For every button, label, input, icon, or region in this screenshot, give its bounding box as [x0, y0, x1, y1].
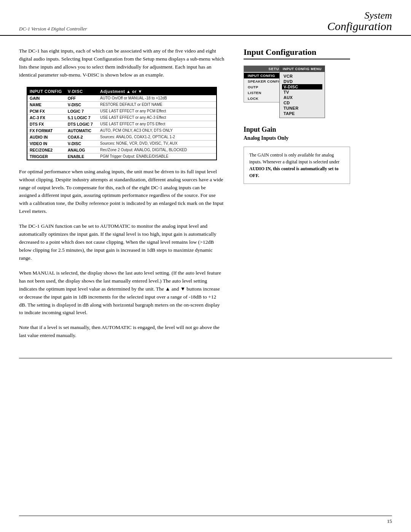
input-config-table: INPUT CONFIG V-DISC Adjustment ▲ or ▼ GA… — [27, 87, 217, 160]
row-param: GAIN — [30, 96, 64, 101]
table-row: AUDIO IN COAX-2 Sources: ANALOG, COAX1-2… — [27, 134, 216, 141]
input-config-heading: Input Configuration — [244, 47, 350, 59]
row-desc: USE LAST EFFECT or any AC-3 Effect — [100, 115, 214, 120]
table-row: GAIN OFF AUTO On/Off or MANUAL -18 to +1… — [27, 95, 216, 102]
row-value: 5.1 LOGIC 7 — [68, 115, 96, 120]
row-param: NAME — [30, 102, 64, 107]
icm-item[interactable]: TAPE — [282, 111, 322, 116]
title-configuration: Configuration — [327, 21, 392, 32]
footer-divider — [19, 358, 392, 358]
icm-item[interactable]: VCR — [282, 73, 322, 79]
note-text: The GAIN control is only available for a… — [249, 152, 339, 178]
table-row: PCM FX LOGIC 7 USE LAST EFFECT or any PC… — [27, 108, 216, 115]
input-config-section: The DC-1 has eight inputs, each of which… — [19, 47, 225, 160]
setup-menu-panel: SETUP MENU INPUT CONFIG SPEAKER CONFIG O… — [244, 66, 278, 118]
icm-item[interactable]: CD — [282, 100, 322, 105]
table-header: INPUT CONFIG V-DISC Adjustment ▲ or ▼ — [27, 88, 216, 95]
row-value: OFF — [68, 96, 96, 101]
table-row: TRIGGER ENABLE PGM Trigger Output: ENABL… — [27, 153, 216, 160]
gain-para-1: For optimal performance when using analo… — [19, 168, 225, 216]
setup-menu-diagram: SETUP MENU INPUT CONFIG SPEAKER CONFIG O… — [244, 66, 350, 118]
gain-para-3: When MANUAL is selected, the display sho… — [19, 269, 225, 317]
gain-para-2: The DC-1 GAIN function can be set to AUT… — [19, 222, 225, 262]
icm-item[interactable]: AUX — [282, 95, 322, 100]
row-value: LOGIC 7 — [68, 109, 96, 113]
row-value: V-DISC — [68, 141, 96, 146]
icm-item[interactable]: DVD — [282, 79, 322, 84]
row-desc: RESTORE DEFAULT or EDIT NAME — [100, 102, 214, 107]
row-param: FX FORMAT — [30, 128, 64, 133]
header-col3: Adjustment ▲ or ▼ — [100, 89, 214, 94]
row-desc: USE LAST EFFECT or any PCM Effect — [100, 109, 214, 113]
icm-item[interactable]: TV — [282, 89, 322, 95]
row-param: REC/ZONE2 — [30, 148, 64, 152]
input-config-menu-title: INPUT CONFIG MENU — [280, 66, 325, 72]
row-param: DTS FX — [30, 122, 64, 126]
row-param: VIDEO IN — [30, 141, 64, 146]
row-param: TRIGGER — [30, 154, 64, 159]
table-row: REC/ZONE2 ANALOG Rec/Zone 2 Output: ANAL… — [27, 147, 216, 153]
table-row: FX FORMAT AUTOMATIC AUTO, PCM ONLY, AC3 … — [27, 128, 216, 134]
input-config-menu-items: VCRDVDV-DISCTVAUXCDTUNERTAPE — [280, 72, 325, 118]
row-value: COAX-2 — [68, 135, 96, 139]
document-subtitle: DC-1 Version 4 Digital Controller — [19, 26, 87, 32]
page-number: 15 — [387, 518, 392, 524]
header-col2: V-DISC — [68, 89, 96, 94]
input-gain-body: For optimal performance when using analo… — [19, 168, 225, 340]
table-row: NAME V-DISC RESTORE DEFAULT or EDIT NAME — [27, 102, 216, 108]
row-desc: Sources: ANALOG, COAX1-2, OPTICAL 1-2 — [100, 135, 214, 139]
right-column: Input Configuration SETUP MENU INPUT CON… — [236, 36, 365, 358]
row-desc: PGM Trigger Output: ENABLE/DISABLE — [100, 154, 214, 158]
row-value: AUTOMATIC — [68, 128, 96, 133]
header-col1: INPUT CONFIG — [30, 89, 64, 94]
row-desc: Rec/Zone 2 Output: ANALOG, DIGITAL, BLOC… — [100, 148, 214, 152]
table-body: GAIN OFF AUTO On/Off or MANUAL -18 to +1… — [27, 95, 216, 160]
row-param: PCM FX — [30, 109, 64, 113]
icm-item[interactable]: V-DISC — [282, 84, 322, 89]
table-row: AC-3 FX 5.1 LOGIC 7 USE LAST EFFECT or a… — [27, 115, 216, 121]
left-column: The DC-1 has eight inputs, each of which… — [0, 36, 236, 358]
row-value: ANALOG — [68, 148, 96, 152]
intro-paragraph: The DC-1 has eight inputs, each of which… — [19, 47, 225, 79]
icm-item[interactable]: TUNER — [282, 105, 322, 111]
row-desc: Sources: NONE, VCR, DVD, VDISC, TV, AUX — [100, 141, 214, 145]
row-value: ENABLE — [68, 154, 96, 159]
table-row: DTS FX DTS LOGIC 7 USE LAST EFFECT or an… — [27, 121, 216, 128]
row-value: V-DISC — [68, 102, 96, 107]
row-value: DTS LOGIC 7 — [68, 122, 96, 126]
table-row: VIDEO IN V-DISC Sources: NONE, VCR, DVD,… — [27, 141, 216, 147]
row-desc: USE LAST EFFECT or any DTS Effect — [100, 122, 214, 126]
note-box: The GAIN control is only available for a… — [244, 147, 350, 184]
row-desc: AUTO On/Off or MANUAL -18 to +12dB — [100, 96, 214, 100]
document-title: System Configuration — [327, 11, 392, 32]
title-system: System — [327, 11, 392, 21]
row-param: AC-3 FX — [30, 115, 64, 120]
main-content: The DC-1 has eight inputs, each of which… — [0, 36, 411, 358]
input-gain-heading: Input Gain — [244, 126, 350, 134]
input-config-menu-box: INPUT CONFIG MENU VCRDVDV-DISCTVAUXCDTUN… — [279, 66, 325, 118]
input-gain-subheading: Analog Inputs Only — [244, 135, 350, 141]
gain-para-4: Note that if a level is set manually, th… — [19, 324, 225, 340]
page-footer: 15 — [19, 516, 392, 524]
page-header: DC-1 Version 4 Digital Controller System… — [0, 0, 411, 36]
row-param: AUDIO IN — [30, 135, 64, 139]
row-desc: AUTO, PCM ONLY, AC3 ONLY, DTS ONLY — [100, 128, 214, 133]
